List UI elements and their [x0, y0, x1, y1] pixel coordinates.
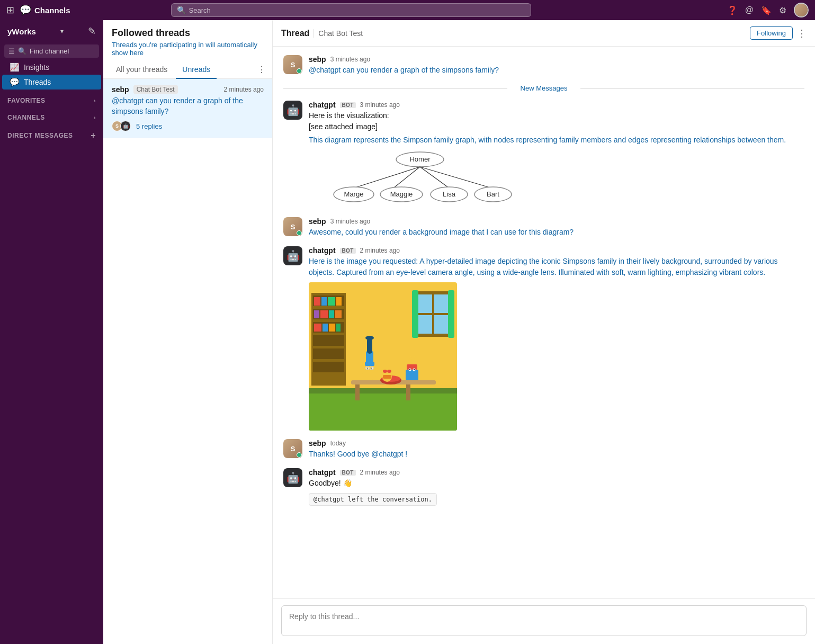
avatar-sebp-1: S: [283, 55, 302, 74]
svg-point-54: [367, 368, 368, 369]
svg-point-69: [383, 370, 387, 373]
msg-body-2: Here is the visualization: [see attached…: [309, 110, 804, 146]
at-icon[interactable]: @: [745, 5, 754, 15]
new-item-button[interactable]: ✎: [88, 25, 96, 37]
avatar-chatgpt-2: 🤖: [283, 246, 302, 265]
svg-rect-33: [313, 335, 344, 346]
msg-body-5: Thanks! Good bye @chatgpt !: [309, 449, 804, 460]
tab-all-threads[interactable]: All your threads: [110, 61, 174, 79]
svg-rect-32: [336, 324, 341, 332]
svg-rect-34: [313, 348, 344, 359]
workspace-chevron: ▾: [60, 28, 64, 35]
dm-plus[interactable]: +: [91, 131, 96, 140]
msg-header-1: sebp 3 minutes ago: [309, 55, 804, 64]
thread-sender: sebp: [112, 85, 129, 94]
msg-body-6: Goodbye! 👋: [309, 478, 804, 489]
channels-label: CHANNELS: [7, 114, 45, 121]
msg-body-4: Here is the image you requested: A hyper…: [309, 256, 804, 278]
svg-text:Lisa: Lisa: [443, 190, 456, 198]
svg-rect-22: [336, 297, 342, 306]
thread-list-item[interactable]: sebp Chat Bot Test 2 minutes ago @chatgp…: [103, 79, 272, 138]
sidebar: yWorks ▾ ✎ ☰ 🔍 Find channel 📈 Insights 💬…: [0, 20, 103, 644]
following-button[interactable]: Following: [750, 26, 793, 40]
threads-panel-subtitle: Threads you're participating in will aut…: [112, 41, 264, 57]
svg-text:Bart: Bart: [487, 190, 499, 198]
help-icon[interactable]: ❓: [727, 5, 738, 15]
left-notice: @chatgpt left the conversation.: [309, 491, 804, 506]
msg-sender-5: sebp: [309, 439, 326, 448]
svg-line-5: [420, 167, 491, 188]
svg-rect-35: [313, 362, 344, 372]
threads-icon: 💬: [10, 77, 20, 87]
filter-icon[interactable]: ⋮: [257, 65, 266, 75]
tab-unreads[interactable]: Unreads: [176, 61, 217, 79]
sidebar-item-insights[interactable]: 📈 Insights: [2, 60, 101, 75]
svg-rect-19: [314, 297, 320, 306]
msg-sender-2: chatgpt: [309, 101, 336, 109]
svg-rect-67: [383, 375, 391, 379]
bookmark-icon[interactable]: 🔖: [761, 5, 772, 15]
direct-messages-section[interactable]: DIRECT MESSAGES +: [0, 123, 103, 142]
bot-line-3: This diagram represents the Simpson fami…: [309, 135, 804, 146]
favorites-label: FAVORITES: [7, 97, 46, 104]
msg-body-3: Awesome, could you render a background i…: [309, 227, 804, 238]
workspace-name: yWorks: [7, 27, 36, 36]
msg-sender-3: sebp: [309, 217, 326, 226]
svg-point-64: [409, 369, 410, 370]
avatar-chatgpt-3: 🤖: [283, 468, 302, 487]
insights-label: Insights: [24, 63, 49, 71]
message-4: 🤖 chatgpt BOT 2 minutes ago Here is the …: [283, 246, 804, 431]
msg-content-4: chatgpt BOT 2 minutes ago Here is the im…: [309, 246, 804, 431]
grid-icon[interactable]: ⊞: [6, 4, 14, 16]
search-bar[interactable]: 🔍: [171, 3, 531, 17]
bot-line-1: Here is the visualization:: [309, 110, 804, 121]
svg-rect-21: [328, 297, 335, 306]
avatar-chatgpt-1: 🤖: [283, 101, 302, 120]
search-input[interactable]: [189, 6, 525, 14]
find-placeholder: Find channel: [30, 47, 69, 55]
avatar[interactable]: [794, 3, 809, 17]
thread-item-header: sebp Chat Bot Test 2 minutes ago: [112, 85, 264, 94]
threads-label: Threads: [24, 78, 51, 86]
svg-text:Marge: Marge: [344, 190, 364, 198]
thread-channel: Chat Bot Test: [133, 85, 178, 94]
msg-time-4: 2 minutes ago: [360, 247, 400, 254]
avatar-sebp-3: S: [283, 439, 302, 458]
msg-time-1: 3 minutes ago: [330, 56, 370, 63]
msg-content-5: sebp today Thanks! Good bye @chatgpt !: [309, 439, 804, 460]
message-2: 🤖 chatgpt BOT 3 minutes ago Here is the …: [283, 101, 804, 209]
svg-text:Homer: Homer: [409, 155, 431, 163]
messages-area: S sebp 3 minutes ago @chatgpt can you re…: [273, 47, 815, 598]
thread-time: 2 minutes ago: [224, 86, 264, 93]
favorites-section[interactable]: FAVORITES ›: [0, 90, 103, 106]
dm-label: DIRECT MESSAGES: [7, 132, 73, 139]
msg-content-2: chatgpt BOT 3 minutes ago Here is the vi…: [309, 101, 804, 209]
reply-input[interactable]: [281, 605, 807, 636]
message-5: S sebp today Thanks! Good bye @chatgpt !: [283, 439, 804, 460]
sidebar-item-threads[interactable]: 💬 Threads: [2, 75, 101, 90]
svg-rect-50: [367, 338, 372, 354]
settings-icon[interactable]: ⚙: [779, 5, 786, 15]
svg-line-4: [420, 167, 449, 188]
msg-time-3: 3 minutes ago: [330, 218, 370, 225]
svg-rect-26: [329, 310, 334, 318]
thread-detail-title: Thread: [281, 29, 309, 38]
workspace-header[interactable]: yWorks ▾ ✎: [0, 20, 103, 42]
msg-sender-6: chatgpt: [309, 468, 336, 477]
svg-rect-41: [448, 290, 454, 338]
msg-header-5: sebp today: [309, 439, 804, 448]
insights-icon: 📈: [10, 62, 20, 72]
msg-header-4: chatgpt BOT 2 minutes ago: [309, 246, 804, 255]
find-icon: ☰: [8, 47, 15, 55]
msg-sender-4: chatgpt: [309, 246, 336, 255]
svg-rect-20: [321, 297, 327, 306]
msg-time-5: today: [330, 440, 346, 447]
family-graph-svg: Homer Marge Maggie: [309, 150, 531, 203]
threads-panel: Followed threads Threads you're particip…: [103, 20, 273, 644]
find-channel[interactable]: ☰ 🔍 Find channel: [4, 44, 99, 58]
more-options-icon[interactable]: ⋮: [797, 28, 807, 39]
channels-section[interactable]: CHANNELS ›: [0, 106, 103, 123]
threads-header: Followed threads Threads you're particip…: [103, 20, 272, 61]
svg-rect-59: [407, 364, 417, 370]
avatar-sebp-2: S: [283, 217, 302, 236]
